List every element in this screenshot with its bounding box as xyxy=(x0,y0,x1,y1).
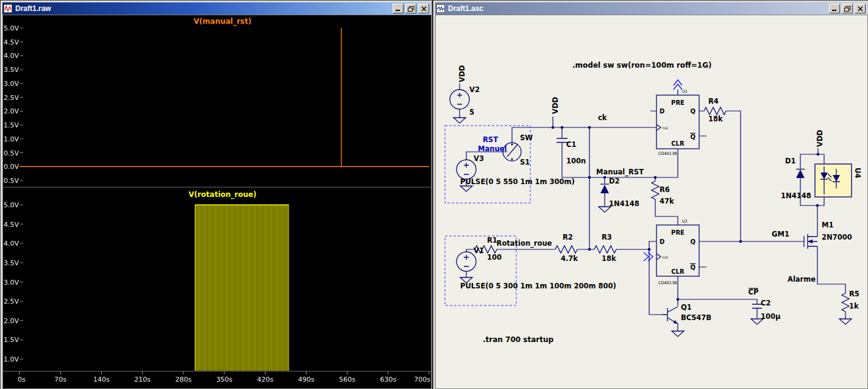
net-label-vdd-2[interactable]: VDD xyxy=(551,97,560,114)
waveform-plot-area[interactable]: V(manual_rst) V(rotation_roue) 5.0V4.5V4… xyxy=(2,15,432,389)
u2-pin-d: D xyxy=(660,238,664,245)
net-label-alarme[interactable]: Alarme xyxy=(788,275,816,284)
c2-ref: C2 xyxy=(761,299,770,307)
spice-directive-tran[interactable]: .tran 700 startup xyxy=(483,335,553,344)
u1-part-number: CD4013B xyxy=(658,151,677,156)
u2-pin-q: Q xyxy=(690,238,695,245)
u1-pin-clk: CLK xyxy=(663,126,669,130)
u1-ref: U1 xyxy=(682,89,688,94)
y-tick-label: -0.5V xyxy=(3,177,19,185)
x-tick-label: 0s xyxy=(18,376,26,384)
y-tick-label: 4.0V xyxy=(4,52,19,60)
d1-ref: D1 xyxy=(785,157,796,165)
net-label-vdd-3[interactable]: VDD xyxy=(816,130,824,147)
wires[interactable] xyxy=(460,84,845,331)
r4-ref: R4 xyxy=(708,97,719,105)
component-m1-nmos-transistor[interactable] xyxy=(804,234,817,249)
x-tick-label: 700s xyxy=(414,376,430,384)
r5-ref: R5 xyxy=(849,290,859,298)
r1-value: 100 xyxy=(487,253,502,262)
x-tick-label: 630s xyxy=(380,376,396,384)
m1-value: 2N7000 xyxy=(822,233,852,241)
schematic-canvas[interactable]: .model sw sw(ron=100m roff=1G) .tran 700… xyxy=(435,15,868,389)
close-button[interactable] xyxy=(855,4,866,13)
ltspice-raw-icon xyxy=(4,4,12,13)
c1-ref: C1 xyxy=(566,140,576,149)
net-label-gm1[interactable]: GM1 xyxy=(772,230,789,238)
u2-ref: U2 xyxy=(682,219,688,224)
y-tick-label: 0.0V xyxy=(4,163,19,171)
net-label-rotation-roue[interactable]: Rotation_roue xyxy=(497,239,552,248)
v1-ref: V1 xyxy=(474,246,484,255)
u1-pin-qbar: Q xyxy=(690,134,695,140)
minimize-button[interactable] xyxy=(829,4,840,13)
schematic-window: Draft1.asc xyxy=(433,0,868,389)
component-r6-resistor[interactable] xyxy=(652,181,659,199)
restore-button[interactable] xyxy=(405,4,416,13)
component-v2-voltage-source[interactable] xyxy=(450,90,469,109)
spice-directive-model[interactable]: .model sw sw(ron=100m roff=1G) xyxy=(572,61,712,70)
s1-ref: S1 xyxy=(520,158,530,166)
u1-pin-d: D xyxy=(660,108,664,115)
net-label-cp[interactable]: CP xyxy=(749,288,759,296)
y-tick-label: 5.0V xyxy=(4,24,19,32)
m1-ref: M1 xyxy=(822,221,833,229)
trace-label-manual-rst[interactable]: V(manual_rst) xyxy=(194,17,252,26)
q1-ref: Q1 xyxy=(681,303,692,312)
close-button[interactable] xyxy=(418,4,429,13)
x-tick-label: 140s xyxy=(93,376,110,384)
v2-ref: V2 xyxy=(469,85,480,94)
x-tick-label: 210s xyxy=(134,376,151,384)
r3-value: 18k xyxy=(602,254,616,263)
r6-ref: R6 xyxy=(660,185,670,194)
u2-pin-clk: CLK xyxy=(663,255,669,259)
u1-pin-q: Q xyxy=(690,108,695,115)
waveform-titlebar[interactable]: Draft1.raw xyxy=(2,2,430,15)
y-tick-label: 3.0V xyxy=(4,80,19,88)
schematic-window-title: Draft1.asc xyxy=(447,4,827,13)
ltspice-schematic-icon xyxy=(436,4,445,13)
u1-pin-pre: PRE xyxy=(671,99,685,106)
trace-label-rotation-roue[interactable]: V(rotation_roue) xyxy=(188,190,257,199)
s1-type: SW xyxy=(520,134,533,142)
trace-rotation-roue[interactable] xyxy=(195,205,289,371)
c2-value: 100µ xyxy=(761,312,781,321)
v3-ref: V3 xyxy=(474,154,484,163)
schematic-titlebar[interactable]: Draft1.asc xyxy=(435,2,867,15)
net-label-ck[interactable]: ck xyxy=(598,113,607,122)
y-tick-label: 4.5V xyxy=(4,221,19,229)
r5-value: 1k xyxy=(849,302,859,310)
junction-dots xyxy=(552,126,820,301)
minimize-button[interactable] xyxy=(393,4,404,13)
comment-rst: RST xyxy=(483,135,498,144)
u4-ref: U4 xyxy=(853,168,862,178)
d2-value: 1N4148 xyxy=(609,199,639,208)
component-q1-npn-transistor[interactable] xyxy=(662,307,678,324)
net-label-manual-rst[interactable]: Manual_RST xyxy=(596,168,644,177)
component-d1-diode[interactable] xyxy=(796,170,805,179)
restore-button[interactable] xyxy=(842,4,853,13)
x-tick-label: 490s xyxy=(298,376,315,384)
component-r5-resistor[interactable] xyxy=(842,293,849,312)
r1-ref: R1 xyxy=(487,236,497,244)
y-tick-label: 0.5V xyxy=(4,149,19,157)
u1-pin-clr: CLR xyxy=(671,140,685,147)
waveform-window-title: Draft1.raw xyxy=(14,4,391,13)
component-r2-resistor[interactable] xyxy=(555,246,577,253)
component-u4-opto[interactable] xyxy=(815,164,852,197)
net-label-vdd-1[interactable]: VDD xyxy=(458,65,466,82)
waveform-window: Draft1.raw V(manual_rst) V(rotation_roue… xyxy=(0,0,433,389)
component-r3-resistor[interactable] xyxy=(594,246,616,253)
y-tick-label: 2.5V xyxy=(4,298,19,305)
component-d2-diode[interactable] xyxy=(600,184,609,193)
y-tick-label: 1.0V xyxy=(4,135,19,143)
x-tick-label: 70s xyxy=(54,376,66,384)
port-arrow-u2-clk xyxy=(644,252,653,261)
q1-value: BC547B xyxy=(681,313,711,322)
port-arrow-u1-pre xyxy=(674,80,682,90)
y-tick-label: 1.5V xyxy=(4,336,19,344)
v1-value: PULSE(0 5 300 1m 1m 100m 200m 800) xyxy=(460,282,616,290)
component-r4-resistor[interactable] xyxy=(704,107,726,115)
ground-symbols[interactable] xyxy=(454,118,852,337)
r6-value: 47k xyxy=(660,197,674,205)
